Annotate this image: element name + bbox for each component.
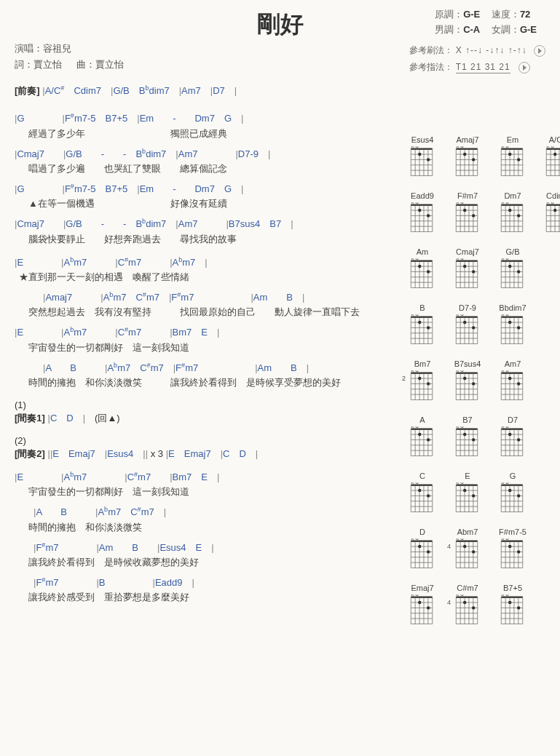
svg-point-414 [508,545,511,548]
play-pick-button[interactable] [518,62,530,73]
chord-diagram-name: G [498,471,527,480]
svg-text:o: o [415,482,419,485]
chord-diagram: Bxo [408,303,437,348]
svg-text:o: o [505,482,509,485]
play-strum-button[interactable] [534,45,545,57]
svg-text:o: o [505,146,509,149]
chord-line: |F#m7 |Am B |Esus4 E | [15,541,408,554]
chord-diagram-name: B7 [453,415,482,424]
lyric-line: ★直到那一天一刻的相遇 喚醒了些情緒 [15,271,408,284]
svg-text:o: o [505,426,509,429]
svg-point-319 [517,438,520,441]
lyric-line: 宇宙發生的一切都剛好 這一刻我知道 [15,341,408,354]
chord-diagram-svg: xo [408,314,435,348]
chord-diagram: Axo [408,415,437,460]
chord-diagram-name: C#m7 [453,584,482,592]
svg-point-222 [508,321,511,324]
chord-diagram-svg: xo [408,594,435,628]
svg-point-78 [418,209,421,212]
repeat-mark-1: (1) [15,399,408,410]
chord-diagram: Emaj7xo [408,584,437,628]
chord-row: AmxoCmaj7xoG/Bxo [408,247,560,292]
svg-text:o: o [415,538,419,541]
svg-text:o: o [460,426,464,429]
tempo-label: 速度： [492,9,520,20]
svg-text:o: o [415,202,419,205]
svg-point-270 [508,377,511,380]
svg-text:o: o [415,370,419,373]
chord-diagram-name: D [408,528,437,536]
chord-diagram-svg: xo [408,258,435,292]
svg-point-463 [517,606,520,609]
svg-point-447 [472,606,475,609]
patterns-block: 參考刷法： X ↑--↓ -↓↑↓ ↑-↑↓ 參考指法： T1 21 31 21 [409,42,545,76]
svg-point-334 [418,489,421,492]
svg-point-382 [418,545,421,548]
chord-diagram-svg: xo [498,538,526,572]
chord-diagram-svg: xo [408,426,435,460]
chord-diagram-name: Bbdim7 [498,303,527,312]
svg-point-238 [418,377,421,380]
svg-text:o: o [505,314,509,317]
chord-diagram-name: Bm7 [408,359,437,368]
meta-block: 原調：G-E 速度：72 男調：C-A 女調：G-E [435,7,545,38]
chord-row: DxoAbm7xo4F#m7-5xo [408,528,560,572]
tempo-value: 72 [520,9,530,20]
chord-diagram-name: Amaj7 [453,135,482,144]
chord-diagram-name: G/B [498,247,527,256]
lyricist-label: 詞： [15,59,33,70]
chord-row: Bm7xo2B7sus4xoAm7xo [408,359,560,404]
svg-point-15 [427,158,430,161]
svg-point-398 [463,545,466,548]
chord-diagram-name: D7 [498,415,527,424]
interlude2-chords: ||E Emaj7 |Esus4 || x 3 |E Emaj7 |C D | [48,448,259,459]
svg-text:o: o [460,314,464,317]
svg-text:o: o [505,202,509,205]
svg-point-14 [418,153,421,156]
svg-point-30 [463,153,466,156]
fret-number: 4 [447,599,451,606]
svg-point-191 [427,326,430,329]
chord-line: |G |F#m7-5 B7+5 |Em - Dm7 G | [15,112,408,125]
chord-line: |Amaj7 |Abm7 C#m7 |F#m7 |Am B | [15,291,408,304]
chord-diagram: Esus4xo [408,135,437,180]
repeat-mark-2: (2) [15,435,408,446]
chord-line: |A B |Abm7 C#m7 | [15,506,408,519]
chord-diagram-name: C [408,471,437,480]
chord-diagram: Dm7xo [498,191,527,236]
svg-point-462 [508,601,511,604]
svg-point-190 [418,321,421,324]
svg-text:o: o [551,146,554,149]
svg-text:o: o [505,370,509,373]
svg-point-206 [463,321,466,324]
svg-point-366 [508,489,511,492]
chord-diagram-svg: xo [453,202,481,236]
chord-row: Eadd9xoF#m7xoDm7xoCdim7xo [408,191,560,236]
svg-point-255 [472,382,475,385]
lyric-line: 時間的擁抱 和你淡淡微笑 讓我終於看得到 是時候享受夢想的美好 [15,376,408,389]
lyric-line: 唱過了多少遍 也哭紅了雙眼 總算個記念 [15,162,408,175]
chord-diagram-svg: xo [408,146,435,180]
svg-point-207 [472,326,475,329]
chord-row: AxoB7xoD7xo [408,415,560,460]
chord-line: |G |F#m7-5 B7+5 |Em - Dm7 G | [15,183,408,196]
chord-diagram-svg: xo [498,314,526,348]
svg-text:o: o [551,202,554,205]
pick-label: 參考指法： [409,62,453,72]
chord-diagram-name: Cdim7 [543,191,560,200]
chord-diagram: Bm7xo2 [408,359,437,404]
chord-diagram-svg: xo [543,146,560,180]
chord-diagram: B7sus4xo [453,359,482,404]
chord-line: |Cmaj7 |G/B - - Bbdim7 |Am7 |B7sus4 B7 | [15,218,408,231]
artist-name: 容祖兒 [43,43,71,54]
chord-diagram-name: E [453,471,482,480]
chord-diagram: Eadd9xo [408,191,437,236]
lyric-line: 宇宙發生的一切都剛好 這一刻我知道 [15,485,408,498]
svg-text:o: o [460,258,464,261]
chord-diagram-svg: xo [453,370,481,404]
chord-diagram-svg: xo2 [408,370,435,404]
svg-point-143 [427,270,430,273]
svg-point-47 [517,158,520,161]
svg-point-302 [463,433,466,436]
svg-point-62 [553,153,556,156]
